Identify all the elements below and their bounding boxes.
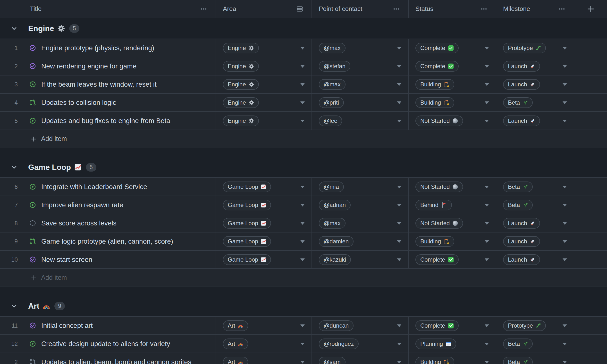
contact-chip[interactable]: @priti [319, 97, 344, 108]
area-chip[interactable]: Game Loop [223, 254, 271, 265]
caret-down-icon[interactable] [563, 65, 567, 68]
milestone-chip[interactable]: Beta [503, 200, 533, 210]
caret-down-icon[interactable] [300, 325, 305, 327]
rows-icon[interactable] [297, 6, 303, 12]
chevron-down-icon[interactable] [11, 164, 17, 171]
caret-down-icon[interactable] [397, 343, 401, 345]
caret-down-icon[interactable] [485, 83, 489, 86]
caret-down-icon[interactable] [485, 47, 489, 50]
milestone-chip[interactable]: Launch [503, 61, 540, 72]
caret-down-icon[interactable] [300, 204, 305, 207]
status-chip[interactable]: Complete [415, 43, 459, 53]
caret-down-icon[interactable] [397, 222, 401, 225]
milestone-chip[interactable]: Launch [503, 79, 540, 90]
status-chip[interactable]: Complete [415, 254, 459, 265]
status-chip[interactable]: Planning [415, 338, 456, 349]
caret-down-icon[interactable] [300, 186, 305, 188]
caret-down-icon[interactable] [485, 325, 489, 327]
caret-down-icon[interactable] [563, 204, 567, 207]
area-chip[interactable]: Engine [223, 43, 259, 53]
add-item-button[interactable]: Add item [0, 130, 607, 148]
chevron-down-icon[interactable] [11, 303, 17, 309]
caret-down-icon[interactable] [397, 186, 401, 188]
caret-down-icon[interactable] [563, 361, 567, 364]
caret-down-icon[interactable] [300, 343, 305, 345]
contact-chip[interactable]: @lee [319, 116, 342, 126]
caret-down-icon[interactable] [563, 120, 567, 122]
caret-down-icon[interactable] [397, 361, 401, 364]
status-chip[interactable]: Not Started [415, 116, 463, 126]
milestone-chip[interactable]: Launch [503, 254, 540, 265]
add-item-button[interactable]: Add item [0, 269, 607, 287]
contact-chip[interactable]: @damien [319, 236, 354, 247]
contact-chip[interactable]: @rodriguez [319, 338, 359, 349]
caret-down-icon[interactable] [485, 259, 489, 261]
status-chip[interactable]: Building [415, 97, 454, 108]
caret-down-icon[interactable] [397, 65, 401, 68]
caret-down-icon[interactable] [563, 240, 567, 243]
caret-down-icon[interactable] [563, 186, 567, 188]
contact-chip[interactable]: @kazuki [319, 254, 351, 265]
caret-down-icon[interactable] [563, 222, 567, 225]
status-chip[interactable]: Not Started [415, 182, 463, 192]
caret-down-icon[interactable] [485, 343, 489, 345]
contact-chip[interactable]: @mia [319, 182, 344, 192]
caret-down-icon[interactable] [485, 204, 489, 207]
kebab-icon[interactable] [481, 6, 487, 12]
caret-down-icon[interactable] [563, 343, 567, 345]
item-title[interactable]: New rendering engine for game [41, 62, 136, 70]
caret-down-icon[interactable] [397, 240, 401, 243]
caret-down-icon[interactable] [485, 222, 489, 225]
area-chip[interactable]: Art [223, 320, 248, 331]
caret-down-icon[interactable] [485, 361, 489, 364]
caret-down-icon[interactable] [397, 47, 401, 50]
caret-down-icon[interactable] [300, 102, 305, 104]
milestone-chip[interactable]: Beta [503, 357, 533, 364]
caret-down-icon[interactable] [300, 83, 305, 86]
add-column-button[interactable] [574, 0, 607, 18]
item-title[interactable]: Updates to collision logic [41, 99, 116, 106]
milestone-chip[interactable]: Launch [503, 218, 540, 229]
caret-down-icon[interactable] [300, 240, 305, 243]
contact-chip[interactable]: @max [319, 43, 345, 53]
milestone-chip[interactable]: Launch [503, 236, 540, 247]
milestone-chip[interactable]: Beta [503, 182, 533, 192]
item-title[interactable]: Save score across levels [41, 219, 117, 227]
caret-down-icon[interactable] [300, 361, 305, 364]
kebab-icon[interactable] [200, 6, 207, 12]
area-chip[interactable]: Engine [223, 79, 259, 90]
milestone-chip[interactable]: Beta [503, 97, 533, 108]
caret-down-icon[interactable] [397, 259, 401, 261]
caret-down-icon[interactable] [485, 240, 489, 243]
caret-down-icon[interactable] [563, 47, 567, 50]
area-chip[interactable]: Engine [223, 116, 259, 126]
item-title[interactable]: Game logic prototype (alien, cannon, sco… [41, 238, 173, 245]
item-title[interactable]: Updates and bug fixes to engine from Bet… [41, 117, 170, 125]
caret-down-icon[interactable] [397, 325, 401, 327]
kebab-icon[interactable] [393, 6, 399, 12]
area-chip[interactable]: Engine [223, 97, 259, 108]
area-chip[interactable]: Art [223, 357, 248, 364]
area-chip[interactable]: Engine [223, 61, 259, 72]
area-chip[interactable]: Game Loop [223, 200, 271, 210]
item-title[interactable]: Creative design update to aliens for var… [41, 340, 170, 348]
contact-chip[interactable]: @duncan [319, 320, 354, 331]
area-chip[interactable]: Game Loop [223, 182, 271, 192]
caret-down-icon[interactable] [300, 222, 305, 225]
caret-down-icon[interactable] [397, 83, 401, 86]
caret-down-icon[interactable] [485, 102, 489, 104]
caret-down-icon[interactable] [485, 65, 489, 68]
caret-down-icon[interactable] [563, 102, 567, 104]
status-chip[interactable]: Building [415, 79, 454, 90]
status-chip[interactable]: Not Started [415, 218, 463, 229]
contact-chip[interactable]: @max [319, 218, 345, 229]
caret-down-icon[interactable] [563, 325, 567, 327]
status-chip[interactable]: Building [415, 236, 454, 247]
milestone-chip[interactable]: Beta [503, 338, 533, 349]
contact-chip[interactable]: @max [319, 79, 345, 90]
item-title[interactable]: Integrate with Leaderboard Service [41, 183, 147, 191]
milestone-chip[interactable]: Prototype [503, 320, 546, 331]
caret-down-icon[interactable] [300, 65, 305, 68]
milestone-chip[interactable]: Prototype [503, 43, 546, 53]
item-title[interactable]: Initial concept art [41, 322, 93, 330]
